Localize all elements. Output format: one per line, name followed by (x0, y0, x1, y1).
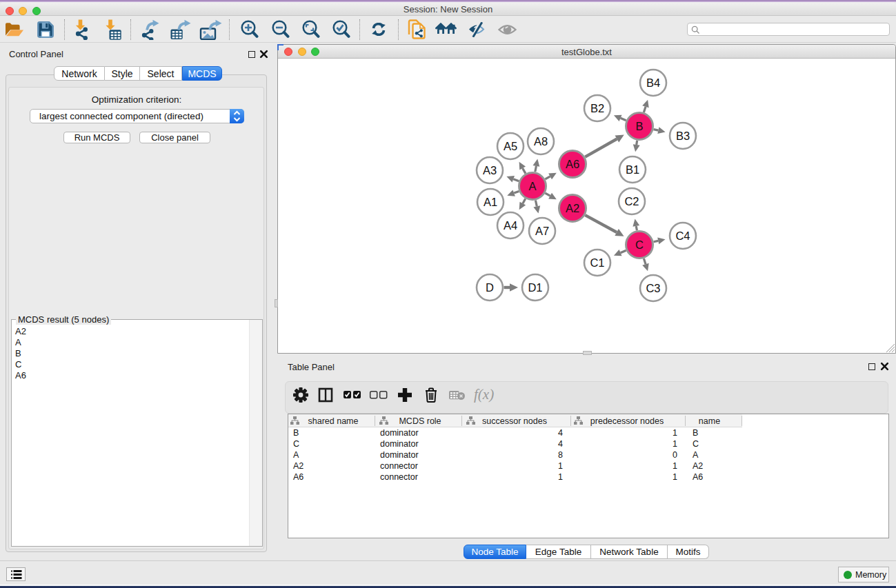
svg-text:C: C (635, 239, 644, 251)
svg-text:C4: C4 (675, 230, 690, 242)
svg-text:A8: A8 (534, 135, 548, 148)
svg-text:A5: A5 (504, 140, 517, 152)
svg-text:A4: A4 (504, 219, 517, 232)
svg-text:A2: A2 (566, 202, 579, 214)
svg-text:B3: B3 (676, 130, 690, 142)
svg-text:A3: A3 (483, 164, 497, 176)
svg-text:C2: C2 (624, 195, 639, 207)
svg-text:C1: C1 (590, 256, 604, 269)
svg-text:B: B (635, 120, 643, 132)
svg-text:A6: A6 (566, 158, 579, 170)
svg-text:A7: A7 (535, 225, 549, 237)
svg-text:C3: C3 (646, 282, 660, 294)
svg-text:D1: D1 (528, 281, 542, 294)
svg-text:B4: B4 (646, 77, 660, 89)
svg-text:D: D (486, 281, 494, 294)
svg-text:B1: B1 (626, 163, 639, 176)
svg-text:A: A (528, 180, 536, 192)
svg-text:A1: A1 (484, 196, 497, 208)
svg-text:B2: B2 (590, 102, 604, 114)
